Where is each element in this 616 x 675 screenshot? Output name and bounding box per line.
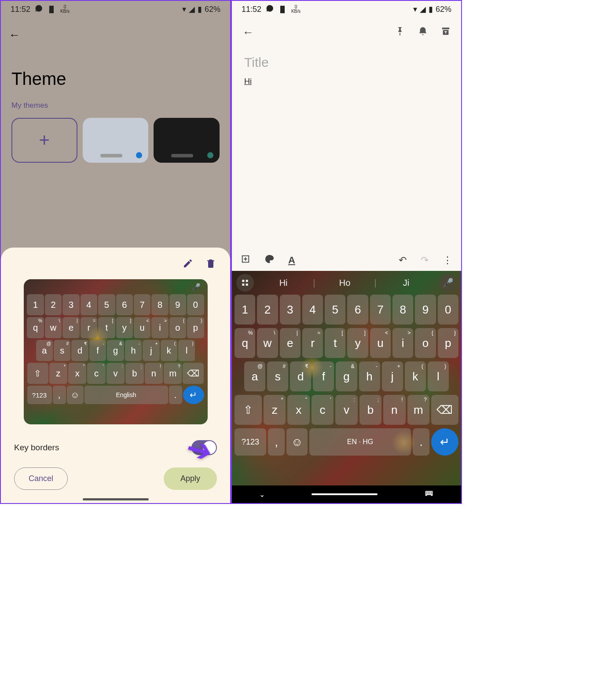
enter-key[interactable]: ↵ — [183, 386, 204, 404]
key-t[interactable]: t[ — [325, 328, 345, 358]
key-v[interactable]: v: — [106, 363, 125, 384]
key-9[interactable]: 9 — [169, 294, 186, 315]
back-button[interactable]: ← — [1, 18, 230, 52]
shift-key[interactable]: ⇧ — [235, 395, 262, 425]
key-r[interactable]: r= — [81, 317, 97, 338]
key-u[interactable]: u< — [370, 328, 391, 358]
keyboard-switch-icon[interactable] — [424, 489, 434, 500]
pin-icon[interactable] — [395, 26, 405, 39]
key-z[interactable]: z* — [264, 395, 286, 425]
mic-icon[interactable]: 🎤 — [439, 274, 457, 292]
key-w[interactable]: w\ — [45, 317, 62, 338]
key-x[interactable]: x" — [68, 363, 86, 384]
chevron-down-icon[interactable]: ⌄ — [259, 490, 265, 499]
suggestion-2[interactable]: Ho — [315, 278, 374, 288]
key-j[interactable]: j+ — [382, 361, 403, 391]
key-g[interactable]: g& — [107, 340, 124, 361]
key-2[interactable]: 2 — [45, 294, 62, 315]
key-j[interactable]: j+ — [143, 340, 159, 361]
key-p[interactable]: p} — [438, 328, 458, 358]
title-field[interactable]: Title — [244, 55, 449, 70]
key-t[interactable]: t[ — [98, 317, 115, 338]
backspace-key[interactable]: ⌫ — [431, 395, 458, 425]
key-h[interactable]: h- — [359, 361, 380, 391]
more-icon[interactable]: ⋮ — [443, 255, 452, 266]
key-5[interactable]: 5 — [98, 294, 115, 315]
key-i[interactable]: i> — [151, 317, 168, 338]
key-u[interactable]: u< — [134, 317, 150, 338]
key-z[interactable]: z* — [49, 363, 67, 384]
back-button[interactable]: ← — [242, 26, 254, 39]
key-h[interactable]: h- — [125, 340, 142, 361]
key-1[interactable]: 1 — [27, 294, 44, 315]
key-9[interactable]: 9 — [415, 295, 436, 325]
shift-key[interactable]: ⇧ — [27, 363, 48, 384]
note-editor[interactable]: Title Hi — [232, 47, 461, 94]
delete-icon[interactable] — [205, 258, 216, 271]
key-f[interactable]: f- — [89, 340, 106, 361]
key-3[interactable]: 3 — [62, 294, 79, 315]
symbols-key[interactable]: ?123 — [235, 428, 266, 456]
key-borders-toggle[interactable] — [191, 440, 217, 455]
key-6[interactable]: 6 — [116, 294, 133, 315]
enter-key[interactable]: ↵ — [431, 428, 458, 456]
key-5[interactable]: 5 — [325, 295, 345, 325]
edit-icon[interactable] — [183, 258, 193, 271]
key-m[interactable]: m? — [407, 395, 429, 425]
symbols-key[interactable]: ?123 — [27, 386, 52, 404]
key-n[interactable]: n! — [145, 363, 163, 384]
apps-icon[interactable] — [236, 274, 254, 292]
key-k[interactable]: k( — [405, 361, 426, 391]
period-key[interactable]: . — [169, 386, 182, 404]
key-y[interactable]: y] — [347, 328, 368, 358]
home-indicator[interactable] — [83, 498, 149, 500]
key-7[interactable]: 7 — [134, 294, 150, 315]
key-3[interactable]: 3 — [280, 295, 301, 325]
key-2[interactable]: 2 — [257, 295, 278, 325]
key-4[interactable]: 4 — [81, 294, 97, 315]
key-g[interactable]: g& — [336, 361, 357, 391]
key-w[interactable]: w\ — [257, 328, 278, 358]
suggestion-3[interactable]: Ji — [377, 278, 436, 288]
key-e[interactable]: e| — [62, 317, 79, 338]
theme-dark[interactable] — [154, 118, 220, 163]
key-q[interactable]: q% — [27, 317, 44, 338]
key-c[interactable]: c' — [312, 395, 334, 425]
add-theme-button[interactable]: + — [11, 118, 77, 163]
space-key[interactable]: English — [84, 386, 168, 404]
key-v[interactable]: v: — [335, 395, 357, 425]
key-y[interactable]: y] — [116, 317, 133, 338]
key-f[interactable]: f- — [313, 361, 334, 391]
apply-button[interactable]: Apply — [164, 467, 217, 490]
reminder-icon[interactable] — [418, 26, 428, 39]
key-s[interactable]: s# — [54, 340, 70, 361]
key-l[interactable]: l) — [178, 340, 195, 361]
key-6[interactable]: 6 — [347, 295, 368, 325]
key-x[interactable]: x" — [287, 395, 309, 425]
key-p[interactable]: p} — [187, 317, 204, 338]
key-d[interactable]: d₹ — [71, 340, 88, 361]
key-n[interactable]: n! — [383, 395, 405, 425]
key-a[interactable]: a@ — [36, 340, 53, 361]
key-b[interactable]: b; — [359, 395, 381, 425]
key-8[interactable]: 8 — [392, 295, 413, 325]
key-d[interactable]: d₹ — [290, 361, 311, 391]
archive-icon[interactable] — [441, 26, 451, 39]
emoji-key[interactable]: ☺ — [67, 386, 84, 404]
space-key[interactable]: EN · HG — [309, 428, 411, 456]
key-4[interactable]: 4 — [302, 295, 323, 325]
period-key[interactable]: . — [413, 428, 429, 456]
text-format-icon[interactable]: A — [288, 255, 295, 266]
note-body[interactable]: Hi — [244, 77, 449, 86]
add-box-icon[interactable] — [241, 254, 250, 266]
emoji-key[interactable]: ☺ — [286, 428, 308, 456]
key-1[interactable]: 1 — [235, 295, 255, 325]
key-c[interactable]: c' — [87, 363, 105, 384]
palette-icon[interactable] — [264, 254, 274, 266]
key-i[interactable]: i> — [392, 328, 413, 358]
key-8[interactable]: 8 — [151, 294, 168, 315]
key-b[interactable]: b; — [125, 363, 143, 384]
cancel-button[interactable]: Cancel — [14, 467, 68, 490]
key-0[interactable]: 0 — [187, 294, 204, 315]
key-s[interactable]: s# — [267, 361, 288, 391]
